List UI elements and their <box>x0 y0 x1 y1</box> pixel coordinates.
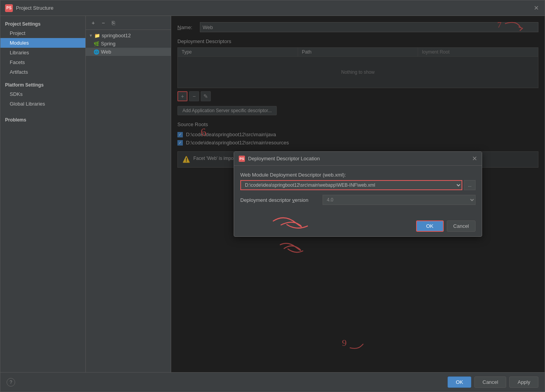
project-settings-header: Project Settings <box>0 19 85 28</box>
tree-item-spring[interactable]: 🌿 Spring <box>86 40 171 48</box>
folder-icon: 📁 <box>94 33 100 38</box>
sidebar-item-sdks[interactable]: SDKs <box>0 89 85 99</box>
modal-footer: OK Cancel <box>234 217 482 236</box>
modal-field-label: Web Module Deployment Descriptor (web.xm… <box>240 172 476 178</box>
modal-body: Web Module Deployment Descriptor (web.xm… <box>234 166 482 217</box>
tree-item-springboot12[interactable]: ▼ 📁 springboot12 <box>86 31 171 40</box>
close-window-button[interactable]: ✕ <box>532 4 540 12</box>
module-tree: + − ⎘ ▼ 📁 springboot12 🌿 Spring � <box>86 16 171 372</box>
title-bar: PS Project Structure ✕ <box>0 0 545 16</box>
problems-header: Problems <box>0 115 85 124</box>
sidebar-item-modules[interactable]: Modules <box>0 38 85 48</box>
app-icon: PS <box>5 4 13 12</box>
tree-remove-button[interactable]: − <box>99 19 108 27</box>
sidebar-item-project[interactable]: Project <box>0 28 85 38</box>
modal-path-select[interactable]: D:\code\idea\springboot12\src\main\webap… <box>240 180 462 190</box>
expand-arrow-icon: ▼ <box>89 33 93 38</box>
cancel-button[interactable]: Cancel <box>474 376 506 388</box>
sidebar-item-global-libraries[interactable]: Global Libraries <box>0 99 85 109</box>
sidebar-item-libraries[interactable]: Libraries <box>0 48 85 57</box>
modal-close-button[interactable]: ✕ <box>472 155 477 162</box>
sidebar: Project Settings Project Modules Librari… <box>0 16 86 372</box>
modal-version-row: Deployment descriptor version 4.0 <box>240 195 476 205</box>
window-title: Project Structure <box>16 5 532 11</box>
web-icon: 🌐 <box>94 49 99 55</box>
modal-input-row: D:\code\idea\springboot12\src\main\webap… <box>240 180 476 190</box>
modal-title: Deployment Descriptor Location <box>248 156 469 161</box>
sidebar-item-artifacts[interactable]: Artifacts <box>0 67 85 77</box>
sidebar-item-facets[interactable]: Facets <box>0 57 85 67</box>
apply-button[interactable]: Apply <box>509 376 538 388</box>
main-window: PS Project Structure ✕ Project Settings … <box>0 0 545 392</box>
bottom-right: OK Cancel Apply <box>448 376 538 388</box>
modal-version-label: Deployment descriptor version <box>240 197 318 203</box>
modal-cancel-button[interactable]: Cancel <box>447 220 476 232</box>
modal-title-bar: PS Deployment Descriptor Location ✕ <box>234 152 482 166</box>
tree-copy-button[interactable]: ⎘ <box>109 19 118 27</box>
ok-button[interactable]: OK <box>448 376 471 388</box>
deployment-descriptor-modal: PS Deployment Descriptor Location ✕ Web … <box>234 151 482 237</box>
help-button[interactable]: ? <box>7 378 15 387</box>
tree-add-button[interactable]: + <box>89 19 97 27</box>
tree-item-web[interactable]: 🌐 Web <box>86 48 171 56</box>
modal-browse-button[interactable]: ... <box>464 180 476 190</box>
panel-body: + − ⎘ ▼ 📁 springboot12 🌿 Spring � <box>86 16 545 372</box>
tree-content: ▼ 📁 springboot12 🌿 Spring 🌐 Web <box>86 30 171 372</box>
detail-panel: Name: Deployment Descriptors Type Path l… <box>171 16 545 372</box>
content-area: Project Settings Project Modules Librari… <box>0 16 545 372</box>
platform-settings-header: Platform Settings <box>0 80 85 89</box>
bottom-left: ? <box>7 378 15 387</box>
modal-icon: PS <box>239 156 245 162</box>
modal-ok-button[interactable]: OK <box>416 220 444 232</box>
modal-overlay: PS Deployment Descriptor Location ✕ Web … <box>171 16 545 372</box>
spring-icon: 🌿 <box>94 41 99 47</box>
tree-toolbar: + − ⎘ <box>86 16 171 30</box>
bottom-bar: ? OK Cancel Apply <box>0 372 545 392</box>
modal-version-select[interactable]: 4.0 <box>323 195 476 205</box>
